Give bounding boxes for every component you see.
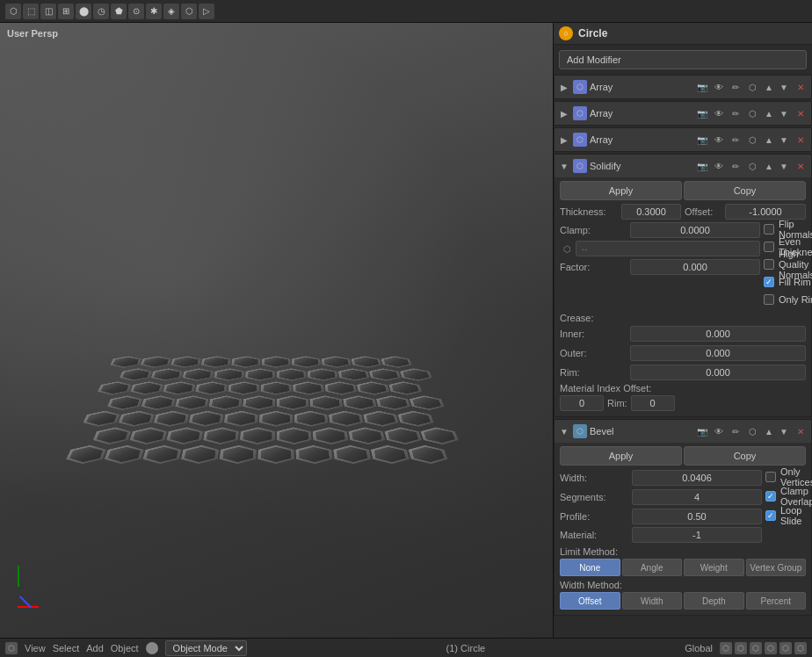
width-tab-width[interactable]: Width — [622, 592, 683, 610]
limit-tab-vertexgroup[interactable]: Vertex Group — [746, 559, 807, 576]
tb-icon-4[interactable]: ⊞ — [58, 4, 74, 19]
mat-rim-input[interactable] — [631, 395, 675, 411]
solidify-up-btn[interactable]: ▲ — [762, 159, 776, 173]
array2-collapse-btn[interactable]: ▶ — [558, 107, 570, 119]
array2-down-btn[interactable]: ▼ — [777, 106, 791, 120]
grid-icon-1[interactable]: ⬡ — [720, 642, 732, 654]
high-quality-checkbox[interactable] — [764, 259, 774, 270]
mode-select[interactable]: Object Mode Edit Mode Sculpt Mode — [165, 640, 247, 656]
tb-icon-8[interactable]: ⊙ — [128, 4, 144, 19]
solidify-edit-icon[interactable]: ✏ — [729, 159, 743, 173]
array3-eye-icon[interactable]: 👁 — [712, 133, 726, 147]
tb-icon-2[interactable]: ⬚ — [23, 4, 39, 19]
bevel-down-btn[interactable]: ▼ — [777, 424, 791, 438]
bevel-render-icon[interactable]: 📷 — [695, 424, 709, 438]
solidify-delete-btn[interactable]: ✕ — [794, 159, 808, 173]
viewport[interactable]: User Persp — [0, 23, 553, 638]
fill-rim-checkbox[interactable] — [764, 277, 774, 287]
grid-icon-2[interactable]: ⬡ — [735, 642, 747, 654]
clamp-overlap-checkbox[interactable] — [765, 491, 776, 502]
array1-collapse-btn[interactable]: ▶ — [558, 81, 570, 93]
view-menu[interactable]: View — [25, 643, 46, 653]
mode-dot — [146, 642, 158, 654]
limit-tab-none[interactable]: None — [560, 559, 620, 576]
offset-input[interactable] — [725, 204, 806, 220]
object-menu[interactable]: Object — [111, 643, 139, 653]
solidify-collapse-btn[interactable]: ▼ — [558, 160, 570, 172]
array1-up-btn[interactable]: ▲ — [762, 80, 776, 94]
bevel-copy-button[interactable]: Copy — [684, 446, 806, 466]
array3-collapse-btn[interactable]: ▶ — [558, 134, 570, 146]
flip-normals-checkbox[interactable] — [764, 224, 774, 235]
grid-icon-4[interactable]: ⬡ — [765, 642, 777, 654]
add-menu[interactable]: Add — [86, 643, 104, 653]
only-vertices-checkbox[interactable] — [765, 472, 776, 482]
bevel-material-input[interactable] — [632, 527, 762, 543]
solidify-render-icon[interactable]: 📷 — [695, 159, 709, 173]
array2-eye-icon[interactable]: 👁 — [712, 106, 726, 120]
array3-edit-icon[interactable]: ✏ — [729, 133, 743, 147]
mat-index-input[interactable] — [560, 395, 604, 411]
clamp-input[interactable] — [630, 222, 760, 238]
profile-input[interactable] — [632, 509, 762, 524]
array1-delete-btn[interactable]: ✕ — [794, 80, 808, 94]
array1-filter-icon[interactable]: ⬡ — [745, 80, 759, 94]
factor-input[interactable] — [630, 259, 760, 275]
loop-slide-checkbox[interactable] — [765, 510, 776, 521]
global-label[interactable]: Global — [685, 643, 713, 653]
array1-eye-icon[interactable]: 👁 — [712, 80, 726, 94]
grid-icon-3[interactable]: ⬡ — [750, 642, 762, 654]
outer-input[interactable] — [630, 345, 806, 361]
tb-icon-9[interactable]: ✱ — [146, 4, 162, 19]
select-menu[interactable]: Select — [53, 643, 80, 653]
grid-icon-6[interactable]: ⬡ — [794, 642, 807, 654]
tb-icon-11[interactable]: ⬡ — [181, 4, 197, 19]
array3-filter-icon[interactable]: ⬡ — [745, 133, 759, 147]
tb-icon-10[interactable]: ◈ — [163, 4, 179, 19]
solidify-copy-button[interactable]: Copy — [684, 181, 806, 200]
width-tab-percent[interactable]: Percent — [746, 592, 807, 610]
bevel-up-btn[interactable]: ▲ — [762, 424, 776, 438]
tb-icon-12[interactable]: ▷ — [199, 4, 214, 19]
even-thickness-checkbox[interactable] — [764, 242, 774, 252]
width-tab-offset[interactable]: Offset — [560, 592, 620, 610]
bevel-filter-icon[interactable]: ⬡ — [745, 424, 759, 438]
bevel-edit-icon[interactable]: ✏ — [729, 424, 743, 438]
solidify-filter-icon[interactable]: ⬡ — [745, 159, 759, 173]
limit-tab-weight[interactable]: Weight — [684, 559, 744, 576]
inner-input[interactable] — [630, 326, 806, 342]
bevel-eye-icon[interactable]: 👁 — [712, 424, 726, 438]
array2-edit-icon[interactable]: ✏ — [729, 106, 743, 120]
array2-render-icon[interactable]: 📷 — [695, 106, 709, 120]
array3-delete-btn[interactable]: ✕ — [794, 133, 808, 147]
solidify-eye-icon[interactable]: 👁 — [712, 159, 726, 173]
tb-icon-7[interactable]: ⬟ — [111, 4, 127, 19]
array1-edit-icon[interactable]: ✏ — [729, 80, 743, 94]
rim-input[interactable] — [630, 365, 806, 380]
array2-filter-icon[interactable]: ⬡ — [745, 106, 759, 120]
add-modifier-button[interactable]: Add Modifier — [559, 50, 807, 69]
solidify-apply-button[interactable]: Apply — [560, 181, 682, 200]
grid-icon-5[interactable]: ⬡ — [779, 642, 792, 654]
array2-delete-btn[interactable]: ✕ — [794, 106, 808, 120]
array2-up-btn[interactable]: ▲ — [762, 106, 776, 120]
tb-icon-1[interactable]: ⬡ — [5, 4, 21, 19]
segments-input[interactable] — [632, 489, 762, 505]
array1-render-icon[interactable]: 📷 — [695, 80, 709, 94]
tb-icon-5[interactable]: ⬤ — [76, 4, 91, 19]
solidify-down-btn[interactable]: ▼ — [777, 159, 791, 173]
array1-down-btn[interactable]: ▼ — [777, 80, 791, 94]
tb-icon-3[interactable]: ◫ — [40, 4, 56, 19]
limit-tab-angle[interactable]: Angle — [622, 559, 683, 576]
array3-render-icon[interactable]: 📷 — [695, 133, 709, 147]
tb-icon-6[interactable]: ◷ — [93, 4, 109, 19]
array3-up-btn[interactable]: ▲ — [762, 133, 776, 147]
thickness-input[interactable] — [621, 204, 681, 220]
bevel-apply-button[interactable]: Apply — [560, 446, 682, 466]
bevel-collapse-btn[interactable]: ▼ — [558, 425, 570, 437]
width-tab-depth[interactable]: Depth — [684, 592, 744, 610]
array3-down-btn[interactable]: ▼ — [777, 133, 791, 147]
bevel-delete-btn[interactable]: ✕ — [794, 424, 808, 438]
bevel-width-input[interactable] — [632, 470, 762, 486]
only-rim-checkbox[interactable] — [764, 294, 774, 305]
